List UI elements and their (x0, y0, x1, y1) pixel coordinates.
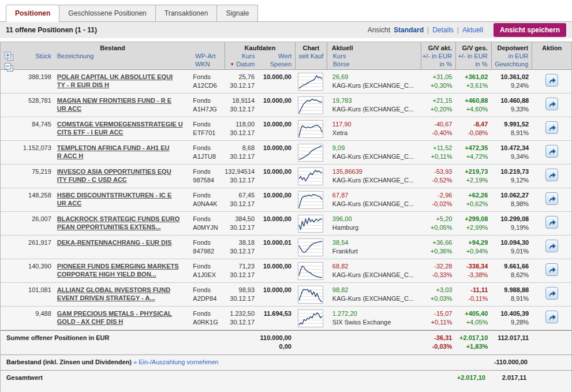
header-group-aktuell: Aktuell Kurs Börse (327, 42, 421, 69)
col-kauf-kurs[interactable]: Kurs (225, 52, 259, 60)
view-link-aktuell[interactable]: Aktuell (462, 26, 483, 34)
fund-name-link[interactable]: INVESCO ASIA OPPORTUNITIES EQU ITY FUND … (57, 167, 193, 184)
fund-name-link[interactable]: DEKA-RENTENNACHRANG - EUR DIS (57, 238, 193, 247)
gv-akt-pct-value: -0,52% (421, 176, 453, 185)
action-button[interactable] (545, 145, 558, 158)
mini-chart[interactable] (298, 167, 323, 185)
action-button[interactable] (545, 192, 558, 205)
separator: | (457, 26, 459, 34)
depotwert-value: 9.991,52 (491, 120, 529, 129)
wkn-value: A2DP84 (193, 294, 225, 303)
sparkline (299, 289, 322, 302)
col-gv-akt-eur[interactable]: +/- in EUR (421, 52, 455, 60)
gewichtung-value: 8,91% (491, 129, 529, 137)
stueck-value: 26,007 (1, 215, 55, 235)
aktuell-kurs-value: 1.272,20 (332, 309, 421, 318)
kauf-datum-value: 30.12.17 (225, 129, 255, 137)
tab-positionen[interactable]: Positionen (6, 5, 59, 22)
action-button[interactable] (545, 263, 558, 276)
forward-arrow-icon (548, 289, 556, 298)
action-button[interactable] (545, 121, 558, 134)
expand-all-icon[interactable] (5, 52, 13, 61)
fund-name-link[interactable]: PIONEER FUNDS EMERGING MARKETS CORPORATE… (57, 262, 193, 278)
action-button[interactable] (545, 74, 558, 87)
action-button[interactable] (545, 216, 558, 229)
gv-akt-eur-value: +36,66 (421, 238, 453, 247)
col-datum-sorted[interactable]: ▼ Datum (225, 60, 259, 69)
position-row: 9,488 GAM PRECIOUS METALS - PHYSICAL GOL… (1, 307, 571, 330)
col-aktuell-kurs[interactable]: Kurs (327, 52, 421, 60)
tab-signale[interactable]: Signale (216, 5, 258, 21)
aktuell-kurs-value: 98,82 (332, 286, 421, 294)
mini-chart[interactable] (298, 191, 323, 209)
wp-art-value: Fonds (193, 286, 225, 294)
forward-arrow-icon (548, 313, 556, 322)
action-button[interactable] (545, 98, 558, 110)
fund-name-link[interactable]: BLACKROCK STRATEGIC FUNDS EURO PEAN OPPO… (57, 215, 193, 231)
mini-chart[interactable] (298, 286, 323, 304)
mini-chart[interactable] (298, 262, 323, 280)
mini-chart[interactable] (298, 215, 323, 233)
fund-name-link[interactable]: ALLIANZ GLOBAL INVESTORS FUND EVENT DRIV… (57, 286, 193, 302)
wp-art-value: Fonds (193, 191, 225, 200)
mini-chart[interactable] (298, 120, 323, 138)
mini-chart[interactable] (298, 73, 323, 91)
fund-name-link[interactable]: GAM PRECIOUS METALS - PHYSICAL GOLD - AX… (57, 309, 193, 326)
mini-chart[interactable] (298, 96, 323, 114)
wert-value: 10.000,00 (258, 96, 291, 105)
col-spesen[interactable]: Spesen (259, 60, 295, 69)
stueck-value: 140,390 (1, 262, 55, 282)
kauf-kurs-value: 8,68 (225, 144, 255, 152)
kauf-datum-value: 30.12.17 (225, 294, 255, 303)
forward-arrow-icon (548, 171, 556, 180)
sum-spesen: 0,00 (258, 342, 291, 351)
depotwert-value: 10.460,88 (491, 96, 529, 105)
mini-chart[interactable] (298, 238, 323, 256)
action-button[interactable] (545, 169, 558, 181)
aktuell-kurs-value: 19,783 (332, 96, 421, 105)
view-link-details[interactable]: Details (432, 26, 454, 34)
tab-transaktionen[interactable]: Transaktionen (155, 5, 218, 21)
gv-ges-pct-value: +4,05% (455, 318, 488, 327)
kauf-datum-value: 30.12.17 (225, 105, 255, 114)
col-gv-ges-pct[interactable]: in % (456, 60, 491, 68)
col-wkn[interactable]: WKN (193, 60, 225, 68)
col-depot-eur[interactable]: in EUR (492, 52, 532, 60)
col-boerse[interactable]: Börse (327, 60, 421, 68)
gewichtung-value: 8,62% (491, 271, 529, 279)
fund-name-link[interactable]: COMSTAGE VERMOEGENSSTRATEGIE U CITS ETF … (57, 120, 193, 136)
col-wert[interactable]: Wert (259, 52, 295, 60)
position-row: 26,007 BLACKROCK STRATEGIC FUNDS EURO PE… (1, 212, 571, 236)
col-gv-ges-eur[interactable]: +/- in EUR (456, 52, 491, 60)
boerse-value: KAG-Kurs (EXCHANGE_C... (332, 105, 421, 114)
stueck-value: 148,258 (1, 191, 55, 211)
mini-chart[interactable] (298, 309, 323, 327)
action-button[interactable] (545, 240, 558, 252)
forward-arrow-icon (548, 100, 556, 109)
col-bezeichnung[interactable]: Bezeichnung (55, 52, 193, 60)
fund-name-link[interactable]: MAGNA NEW FRONTIERS FUND - R E UR ACC (57, 96, 193, 113)
boerse-value: Frankfurt (332, 247, 421, 256)
deposit-withdraw-link[interactable]: » Ein-/Auszahlung vornehmen (133, 359, 218, 365)
collapse-all-icon[interactable] (5, 63, 13, 72)
col-gewichtung[interactable]: Gewichtung (492, 60, 532, 68)
action-button[interactable] (545, 311, 558, 323)
view-link-standard[interactable]: Standard (394, 26, 424, 34)
depotwert-value: 9.661,66 (491, 262, 529, 271)
depotwert-value: 10.219,73 (491, 167, 529, 176)
save-view-button[interactable]: Ansicht speichern (494, 23, 566, 37)
position-row: 140,390 PIONEER FUNDS EMERGING MARKETS C… (1, 259, 571, 283)
tab-geschlossene-positionen[interactable]: Geschlossene Positionen (59, 5, 155, 21)
mini-chart[interactable] (298, 144, 323, 162)
wkn-value: A0NA4K (193, 200, 225, 208)
fund-name-link[interactable]: POLAR CAPITAL UK ABSOLUTE EQUI TY - R EU… (57, 73, 193, 89)
action-button[interactable] (545, 287, 558, 300)
wert-value: 10.000,00 (258, 167, 291, 176)
col-wp-art[interactable]: WP-Art (193, 52, 225, 60)
ansicht-label: Ansicht (368, 26, 390, 34)
fund-name-link[interactable]: TEMPLETON AFRICA FUND - AH1 EU R ACC H (57, 144, 193, 160)
positions-table: Bestand Stück Bezeichnung WP-Art WKN Kau… (0, 42, 572, 392)
col-gv-akt-pct[interactable]: in % (421, 60, 455, 68)
kauf-datum-value: 30.12.17 (225, 247, 255, 256)
fund-name-link[interactable]: HSBC DISCOUNTSTRUKTUREN - IC E UR ACC (57, 191, 193, 207)
